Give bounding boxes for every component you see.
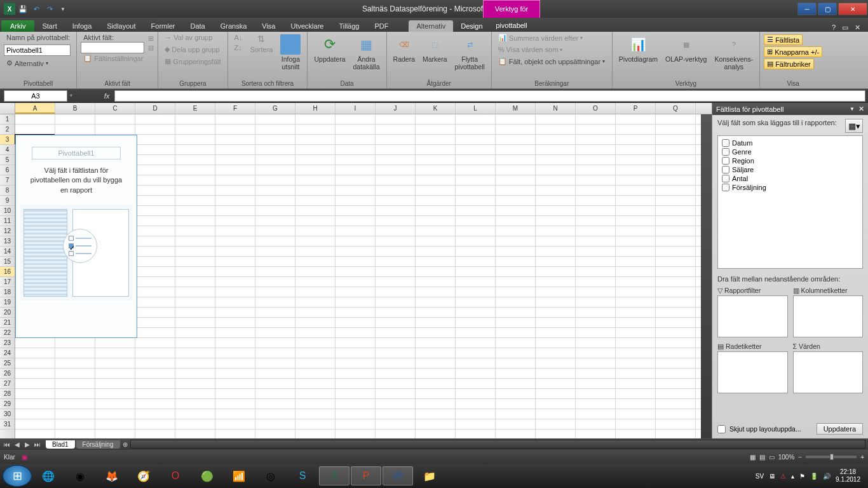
fieldlist-toggle[interactable]: ☰Fältlista <box>764 34 803 45</box>
nav-prev-icon[interactable]: ◀ <box>13 441 22 448</box>
save-icon[interactable]: 💾 <box>17 3 29 15</box>
tray-chevron-icon[interactable]: ▴ <box>791 473 794 480</box>
update-button[interactable]: Uppdatera <box>817 423 863 435</box>
taskbar-app2-icon[interactable]: ◎ <box>255 466 286 485</box>
area-drop-rows[interactable] <box>717 351 788 393</box>
change-source-button[interactable]: ▦ Ändra datakälla <box>351 33 383 72</box>
row-header[interactable]: 20 <box>0 308 15 318</box>
tray-lang[interactable]: SV <box>756 473 764 480</box>
row-header[interactable]: 23 <box>0 338 15 348</box>
row-header[interactable]: 31 <box>0 419 15 430</box>
taskbar-opera-icon[interactable]: O <box>160 466 191 485</box>
row-header[interactable]: 29 <box>0 399 15 409</box>
move-pt-button[interactable]: ⇄Flytta pivottabell <box>452 33 487 72</box>
active-field-input[interactable] <box>81 42 144 53</box>
fx-icon[interactable]: fx <box>99 92 114 100</box>
tray-flag-icon[interactable]: ⚑ <box>799 473 805 480</box>
field-checkbox[interactable] <box>722 157 729 165</box>
sort-button[interactable]: ⇅Sortera <box>247 33 275 54</box>
col-header[interactable]: G <box>255 103 295 114</box>
view-layout-icon[interactable]: ▤ <box>759 454 765 461</box>
start-button[interactable]: ⊞ <box>3 465 32 487</box>
tab-utvecklare[interactable]: Utvecklare <box>283 20 331 32</box>
show-values-button[interactable]: % Visa värden som ▾ <box>496 45 566 54</box>
row-header[interactable]: 17 <box>0 277 15 287</box>
refresh-button[interactable]: ⟳ Uppdatera <box>311 33 348 65</box>
zoom-in-icon[interactable]: + <box>860 454 864 461</box>
zoom-level[interactable]: 100% <box>778 454 795 461</box>
row-header[interactable]: 25 <box>0 358 15 369</box>
buttons-toggle[interactable]: ⊞Knapparna +/- <box>764 46 822 57</box>
vertical-scrollbar[interactable] <box>701 114 712 438</box>
summarize-button[interactable]: 📊 Summera värden efter ▾ <box>496 33 585 43</box>
sort-asc-icon[interactable]: A↓ <box>232 33 245 42</box>
row-header[interactable]: 8 <box>0 186 15 196</box>
area-drop-columns[interactable] <box>793 295 864 337</box>
field-item[interactable]: Genre <box>721 147 860 156</box>
fields-items-button[interactable]: 📋 Fält, objekt och uppsättningar ▾ <box>496 57 607 66</box>
field-item[interactable]: Säljare <box>721 165 860 174</box>
whatif-button[interactable]: ?Konsekvens- analys <box>712 33 756 72</box>
col-header[interactable]: A <box>15 103 55 114</box>
help-icon[interactable]: ? <box>832 24 836 32</box>
field-item[interactable]: Region <box>721 156 860 165</box>
taskbar-explorer-icon[interactable]: 📁 <box>414 466 445 485</box>
field-checkbox[interactable] <box>722 184 729 191</box>
taskbar-firefox-icon[interactable]: 🦊 <box>97 466 127 485</box>
row-header[interactable]: 21 <box>0 318 15 328</box>
select-all-corner[interactable] <box>0 103 15 114</box>
tray-battery-icon[interactable]: 🔋 <box>810 473 818 480</box>
tab-sidlayout[interactable]: Sidlayout <box>99 20 143 32</box>
tab-formler[interactable]: Formler <box>144 20 183 32</box>
headers-toggle[interactable]: ▤Fältrubriker <box>764 58 814 69</box>
row-header[interactable]: 16 <box>0 267 15 277</box>
pt-options-button[interactable]: ⚙Alternativ ▾ <box>4 58 72 68</box>
tab-visa[interactable]: Visa <box>254 20 283 32</box>
field-settings-button[interactable]: 📋Fältinställningar <box>81 53 146 63</box>
taskbar-app-icon[interactable]: 🟢 <box>192 466 222 485</box>
col-header[interactable]: D <box>135 103 175 114</box>
tray-clock[interactable]: 22:189.1.2012 <box>836 468 860 484</box>
row-header[interactable]: 15 <box>0 257 15 267</box>
row-header[interactable]: 30 <box>0 409 15 419</box>
expand-icon[interactable]: ⊞ <box>148 34 154 43</box>
area-drop-filter[interactable] <box>717 295 788 337</box>
taskbar-wifi-icon[interactable]: 📶 <box>224 466 254 485</box>
close-button[interactable]: ✕ <box>838 3 867 15</box>
row-header[interactable]: 27 <box>0 379 15 389</box>
tab-granska[interactable]: Granska <box>213 20 255 32</box>
col-header[interactable]: O <box>576 103 616 114</box>
macro-record-icon[interactable]: ▣ <box>22 454 27 461</box>
pane-close-icon[interactable]: ✕ <box>858 105 864 113</box>
row-header[interactable]: 28 <box>0 389 15 399</box>
redo-icon[interactable]: ↷ <box>44 3 55 15</box>
clear-button[interactable]: ⌫Radera <box>391 33 417 65</box>
row-header[interactable]: 12 <box>0 226 15 236</box>
sheet-tab-forsaljning[interactable]: Försäljning <box>76 440 120 449</box>
row-header[interactable]: 24 <box>0 348 15 358</box>
col-header[interactable]: K <box>416 103 456 114</box>
col-header[interactable]: H <box>295 103 336 114</box>
doc-close-icon[interactable]: ✕ <box>855 24 860 32</box>
formula-input[interactable] <box>114 90 865 102</box>
area-drop-values[interactable] <box>793 351 864 393</box>
defer-checkbox[interactable] <box>717 425 726 433</box>
view-normal-icon[interactable]: ▦ <box>750 454 756 461</box>
tab-pdf[interactable]: PDF <box>367 20 396 32</box>
row-header[interactable]: 7 <box>0 175 15 186</box>
maximize-button[interactable]: ▢ <box>818 3 837 15</box>
tray-volume-icon[interactable]: 🔊 <box>823 473 831 480</box>
group-selection-button[interactable]: → Val av grupp <box>162 33 215 42</box>
pane-layout-button[interactable]: ▦▾ <box>845 119 863 133</box>
sheet-tab-active[interactable]: Blad1 <box>46 440 75 449</box>
col-header[interactable]: F <box>215 103 255 114</box>
row-header[interactable]: 1 <box>0 114 15 125</box>
row-header[interactable]: 5 <box>0 155 15 165</box>
tab-data[interactable]: Data <box>182 20 212 32</box>
tray-network-icon[interactable]: 🖥 <box>769 473 775 480</box>
group-field-button[interactable]: ▦ Grupperingsfält <box>162 57 223 66</box>
zoom-out-icon[interactable]: − <box>798 454 802 461</box>
tab-alternativ[interactable]: Alternativ <box>409 20 453 32</box>
nav-first-icon[interactable]: ⏮ <box>3 441 11 448</box>
new-sheet-icon[interactable]: ⊕ <box>123 441 128 448</box>
